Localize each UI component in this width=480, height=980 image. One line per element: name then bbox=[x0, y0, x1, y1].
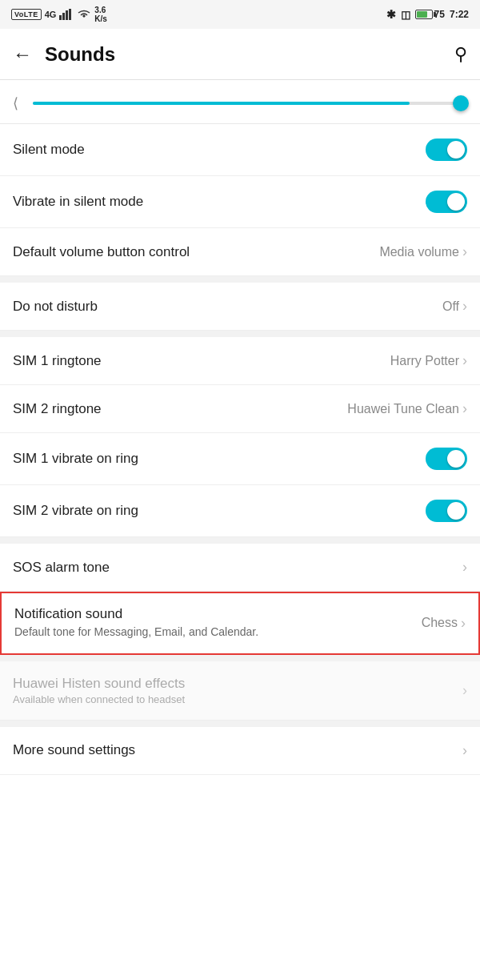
silent-mode-label: Silent mode bbox=[13, 142, 85, 158]
more-sound-label: More sound settings bbox=[13, 742, 135, 758]
sim2-ringtone-value: Huawei Tune Clean › bbox=[347, 400, 467, 417]
network-speed: 3.6K/s bbox=[94, 6, 107, 23]
clock: 7:22 bbox=[450, 9, 469, 20]
sim1-ringtone-value: Harry Potter › bbox=[390, 352, 467, 369]
sim2-ringtone-row[interactable]: SIM 2 ringtone Huawei Tune Clean › bbox=[0, 385, 480, 433]
do-not-disturb-value: Off › bbox=[442, 298, 467, 315]
vibrate-icon: ◫ bbox=[401, 9, 410, 21]
chevron-icon-dnd: › bbox=[462, 298, 467, 315]
huawei-histen-row[interactable]: Huawei Histen sound effects Available wh… bbox=[0, 661, 480, 721]
chevron-icon-sos: › bbox=[462, 559, 467, 576]
section-divider-1 bbox=[0, 276, 480, 283]
silent-mode-toggle[interactable] bbox=[426, 139, 467, 161]
chevron-icon: › bbox=[462, 243, 467, 260]
more-sound-settings-row[interactable]: More sound settings › bbox=[0, 727, 480, 775]
bluetooth-icon: ✱ bbox=[386, 8, 396, 21]
status-left: VoLTE 4G 3.6K/s bbox=[11, 6, 107, 23]
section-divider-2 bbox=[0, 331, 480, 337]
battery-percent: 75 bbox=[434, 9, 445, 20]
huawei-histen-label: Huawei Histen sound effects bbox=[13, 676, 185, 692]
do-not-disturb-label: Do not disturb bbox=[13, 299, 98, 315]
sim1-vibrate-label: SIM 1 vibrate on ring bbox=[13, 451, 138, 467]
default-volume-value: Media volume › bbox=[379, 243, 467, 260]
signal-bars-icon bbox=[59, 9, 74, 20]
vibrate-silent-toggle-knob bbox=[447, 193, 465, 211]
notification-sound-row[interactable]: Notification sound Default tone for Mess… bbox=[2, 593, 478, 653]
chevron-icon-more: › bbox=[462, 742, 467, 759]
chevron-icon-sim2r: › bbox=[462, 400, 467, 417]
default-volume-label: Default volume button control bbox=[13, 244, 190, 260]
status-bar: VoLTE 4G 3.6K/s ✱ ◫ 75 7:22 bbox=[0, 0, 480, 29]
status-right: ✱ ◫ 75 7:22 bbox=[386, 8, 469, 21]
sim1-vibrate-row[interactable]: SIM 1 vibrate on ring bbox=[0, 433, 480, 485]
chevron-icon-histen: › bbox=[462, 682, 467, 699]
page-title: Sounds bbox=[45, 43, 115, 66]
vibrate-silent-row[interactable]: Vibrate in silent mode bbox=[0, 176, 480, 228]
sim2-ringtone-label: SIM 2 ringtone bbox=[13, 401, 102, 417]
sim2-vibrate-toggle-knob bbox=[447, 502, 465, 520]
sim2-vibrate-toggle[interactable] bbox=[426, 500, 467, 522]
volume-slider-track[interactable] bbox=[33, 102, 461, 105]
search-icon[interactable]: ⚲ bbox=[454, 44, 467, 65]
section-divider-4 bbox=[0, 655, 480, 661]
notification-sound-label: Notification sound bbox=[14, 606, 422, 622]
sim1-vibrate-toggle-knob bbox=[447, 450, 465, 468]
huawei-histen-sublabel: Available when connected to headset bbox=[13, 693, 185, 705]
sos-alarm-label: SOS alarm tone bbox=[13, 560, 110, 576]
chevron-icon-sim1r: › bbox=[462, 352, 467, 369]
section-divider-5 bbox=[0, 721, 480, 727]
back-button[interactable]: ← bbox=[13, 43, 32, 66]
sim1-vibrate-toggle[interactable] bbox=[426, 448, 467, 470]
signal-4g: 4G bbox=[45, 10, 57, 19]
wifi-icon bbox=[77, 9, 91, 20]
notification-sound-highlighted[interactable]: Notification sound Default tone for Mess… bbox=[0, 592, 480, 655]
header: ← Sounds ⚲ bbox=[0, 29, 480, 80]
slider-fill bbox=[33, 102, 410, 105]
slider-left-icon: ⟨ bbox=[13, 94, 18, 112]
do-not-disturb-row[interactable]: Do not disturb Off › bbox=[0, 283, 480, 331]
notification-sound-value: Chess › bbox=[422, 615, 466, 632]
sim1-ringtone-label: SIM 1 ringtone bbox=[13, 353, 102, 369]
battery-indicator: 75 bbox=[415, 9, 445, 20]
svg-rect-1 bbox=[62, 13, 65, 20]
silent-mode-toggle-knob bbox=[447, 141, 465, 159]
sim2-vibrate-row[interactable]: SIM 2 vibrate on ring bbox=[0, 485, 480, 537]
volume-slider-section: ⟨ bbox=[0, 80, 480, 124]
silent-mode-row[interactable]: Silent mode bbox=[0, 124, 480, 176]
notification-sound-sublabel: Default tone for Messaging, Email, and C… bbox=[14, 625, 286, 641]
section-divider-3 bbox=[0, 537, 480, 544]
slider-thumb[interactable] bbox=[453, 95, 469, 111]
battery-fill bbox=[417, 11, 428, 18]
svg-rect-2 bbox=[66, 10, 68, 20]
svg-rect-0 bbox=[59, 15, 62, 20]
huawei-histen-text: Huawei Histen sound effects Available wh… bbox=[13, 676, 185, 705]
sim1-ringtone-row[interactable]: SIM 1 ringtone Harry Potter › bbox=[0, 337, 480, 385]
svg-rect-3 bbox=[69, 9, 71, 20]
sos-alarm-row[interactable]: SOS alarm tone › bbox=[0, 544, 480, 592]
volte-badge: VoLTE bbox=[11, 9, 42, 20]
header-left: ← Sounds bbox=[13, 43, 115, 66]
chevron-icon-notif: › bbox=[461, 615, 466, 632]
vibrate-silent-toggle[interactable] bbox=[426, 191, 467, 213]
battery-icon bbox=[415, 10, 433, 19]
default-volume-row[interactable]: Default volume button control Media volu… bbox=[0, 228, 480, 276]
vibrate-silent-label: Vibrate in silent mode bbox=[13, 194, 143, 210]
notification-sound-text: Notification sound Default tone for Mess… bbox=[14, 606, 422, 641]
sim2-vibrate-label: SIM 2 vibrate on ring bbox=[13, 503, 138, 519]
